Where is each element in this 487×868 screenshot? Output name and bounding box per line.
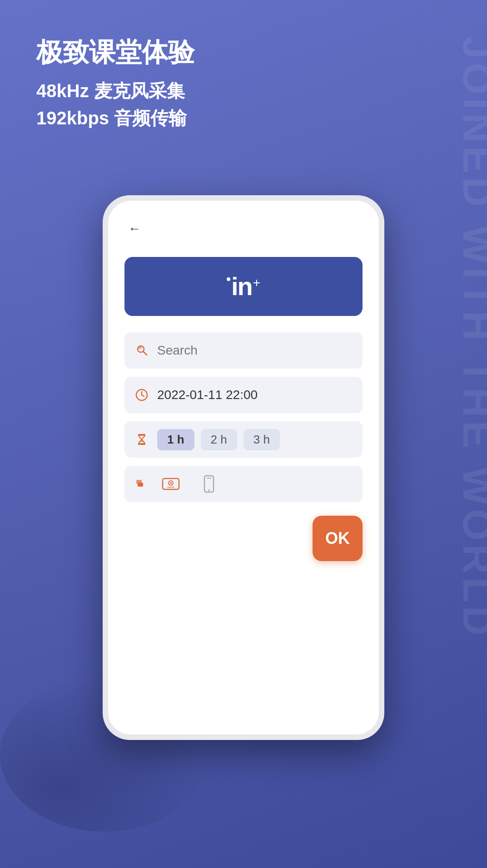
- svg-line-1: [143, 351, 147, 355]
- svg-point-2: [139, 346, 141, 349]
- logo-dot: [227, 277, 230, 281]
- hourglass-icon: [134, 431, 150, 448]
- mode-video-btn[interactable]: [157, 472, 184, 496]
- subtitle-1: 48kHz 麦克风采集: [36, 77, 442, 104]
- clock-icon: [134, 387, 150, 403]
- duration-1h[interactable]: 1 h: [157, 429, 194, 450]
- datetime-value: 2022-01-11 22:00: [157, 388, 258, 402]
- mode-field: [124, 466, 363, 502]
- layers-icon: [134, 476, 150, 492]
- logo-in-text: in: [227, 274, 252, 299]
- svg-point-13: [208, 489, 210, 491]
- duration-options: 1 h 2 h 3 h: [157, 429, 280, 450]
- search-field[interactable]: [124, 332, 363, 369]
- svg-point-11: [170, 482, 172, 484]
- svg-rect-10: [167, 487, 174, 488]
- screen-content: ← in +: [108, 201, 379, 735]
- svg-rect-4: [138, 434, 145, 436]
- duration-3h[interactable]: 3 h: [244, 429, 280, 450]
- datetime-field[interactable]: 2022-01-11 22:00: [124, 377, 363, 413]
- duration-2h[interactable]: 2 h: [201, 429, 237, 450]
- mode-options: [157, 472, 223, 496]
- header-section: 极致课堂体验 48kHz 麦克风采集 192kbps 音频传输: [36, 36, 442, 132]
- svg-rect-7: [138, 483, 143, 487]
- phone-screen: ← in +: [108, 201, 379, 735]
- watermark-text: JOINED WITH THE WORLD: [454, 36, 487, 639]
- logo: in +: [227, 274, 260, 299]
- logo-plus-text: +: [253, 276, 260, 290]
- ok-button[interactable]: OK: [313, 516, 363, 561]
- svg-rect-14: [207, 478, 211, 478]
- back-button[interactable]: ←: [124, 219, 144, 239]
- phone-mockup: ← in +: [103, 195, 384, 740]
- search-icon: [134, 342, 150, 359]
- logo-banner: in +: [124, 257, 363, 316]
- back-arrow-icon: ←: [128, 222, 141, 236]
- ok-button-wrapper: OK: [124, 516, 363, 561]
- subtitle-2: 192kbps 音频传输: [36, 104, 442, 132]
- mode-phone-btn[interactable]: [195, 472, 223, 496]
- search-input[interactable]: [157, 343, 353, 358]
- main-title: 极致课堂体验: [36, 36, 442, 68]
- duration-field: 1 h 2 h 3 h: [124, 421, 363, 458]
- svg-rect-5: [138, 443, 145, 445]
